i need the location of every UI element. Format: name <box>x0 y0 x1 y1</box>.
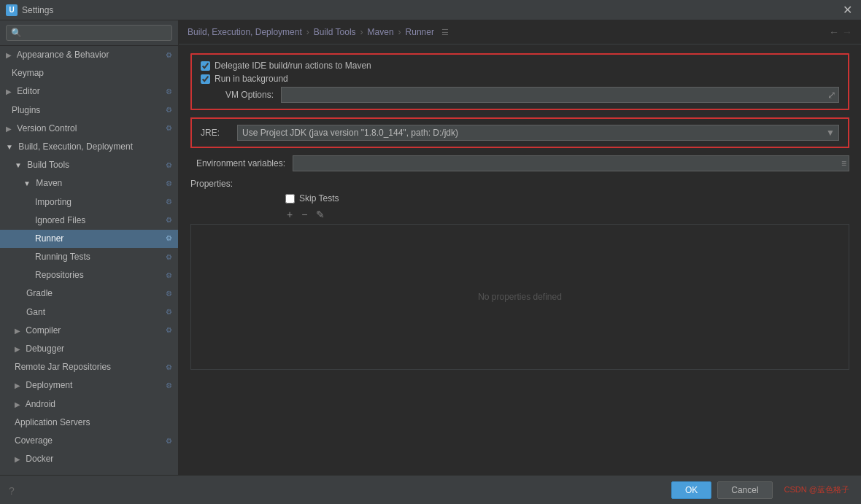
sidebar-item-appearance[interactable]: ▶ Appearance & Behavior ⚙ <box>0 46 178 64</box>
jre-select[interactable]: Use Project JDK (java version "1.8.0_144… <box>237 125 839 141</box>
delegate-section: Delegate IDE build/run actions to Maven … <box>190 53 849 110</box>
jre-label: JRE: <box>201 128 230 138</box>
expand-arrow: ▶ <box>15 327 20 335</box>
sidebar-item-label: Keymap <box>12 66 44 80</box>
app-icon: U <box>6 4 18 16</box>
vm-options-label: VM Options: <box>201 90 274 100</box>
sidebar-item-build-tools[interactable]: ▼ Build Tools ⚙ <box>0 156 178 174</box>
breadcrumb-part-3: Maven <box>368 27 394 37</box>
breadcrumb-sep-1: › <box>306 27 309 37</box>
sidebar-item-version-control[interactable]: ▶ Version Control ⚙ <box>0 120 178 138</box>
sidebar-item-app-servers[interactable]: Application Servers <box>0 414 178 432</box>
sidebar-item-label: Deployment <box>26 380 72 390</box>
settings-icon: ⚙ <box>166 362 172 373</box>
properties-empty-state: No properties defined <box>190 224 849 370</box>
vm-options-input[interactable] <box>281 87 839 103</box>
sidebar-item-deployment[interactable]: ▶ Deployment ⚙ <box>0 376 178 395</box>
run-in-background-checkbox[interactable] <box>201 74 210 84</box>
env-vars-input-wrapper: ≡ <box>293 155 849 171</box>
breadcrumb-menu-icon: ☰ <box>441 28 449 37</box>
settings-icon: ⚙ <box>166 86 172 98</box>
delegate-checkbox-row: Delegate IDE build/run actions to Maven <box>201 61 839 71</box>
env-vars-edit-icon[interactable]: ≡ <box>841 158 846 168</box>
sidebar-item-runner[interactable]: Runner ⚙ <box>0 230 178 248</box>
settings-icon: ⚙ <box>166 123 172 134</box>
breadcrumb: Build, Execution, Deployment › Build Too… <box>179 20 861 44</box>
settings-icon: ⚙ <box>166 50 172 61</box>
breadcrumb-forward-button[interactable]: → <box>842 26 852 38</box>
expand-icon[interactable]: ⤢ <box>827 89 836 101</box>
sidebar-item-debugger[interactable]: ▶ Debugger <box>0 340 178 358</box>
sidebar-item-label: Compiler <box>26 325 61 336</box>
env-vars-label: Environment variables: <box>190 158 285 168</box>
sidebar-item-remote-jar[interactable]: Remote Jar Repositories ⚙ <box>0 358 178 376</box>
skip-tests-row: Skip Tests <box>285 193 849 203</box>
sidebar-item-label: Version Control <box>17 123 77 133</box>
sidebar-item-label: Build Tools <box>27 160 69 170</box>
expand-arrow: ▶ <box>15 455 20 463</box>
sidebar-item-label: Editor <box>17 86 39 96</box>
run-background-checkbox-row: Run in background <box>201 74 839 84</box>
expand-arrow: ▼ <box>6 143 13 151</box>
sidebar-item-coverage[interactable]: Coverage ⚙ <box>0 432 178 450</box>
env-vars-row: Environment variables: ≡ <box>190 155 849 171</box>
expand-arrow: ▶ <box>6 51 12 59</box>
remove-property-button[interactable]: − <box>298 208 310 221</box>
sidebar-item-repositories[interactable]: Repositories ⚙ <box>0 266 178 284</box>
content-area: Build, Execution, Deployment › Build Too… <box>179 20 861 475</box>
settings-icon: ⚙ <box>166 214 172 226</box>
sidebar-item-label: Appearance & Behavior <box>17 50 109 60</box>
sidebar-item-editor[interactable]: ▶ Editor ⚙ <box>0 82 178 101</box>
env-vars-input[interactable] <box>293 155 849 171</box>
sidebar-item-docker[interactable]: ▶ Docker <box>0 450 178 468</box>
sidebar-item-label: Importing <box>35 195 72 209</box>
sidebar-item-label: Ignored Files <box>35 214 85 228</box>
delegate-checkbox-label: Delegate IDE build/run actions to Maven <box>215 61 371 71</box>
expand-arrow: ▶ <box>6 125 12 133</box>
properties-toolbar: + − ✎ <box>284 208 849 221</box>
sidebar-item-label: Gradle <box>26 287 53 301</box>
edit-property-button[interactable]: ✎ <box>313 208 328 221</box>
jre-row: JRE: Use Project JDK (java version "1.8.… <box>201 125 839 141</box>
sidebar-item-label: Plugins <box>12 104 40 117</box>
ok-button[interactable]: OK <box>671 481 711 499</box>
settings-icon: ⚙ <box>166 435 172 447</box>
expand-arrow: ▶ <box>15 345 20 353</box>
sidebar-item-ignored-files[interactable]: Ignored Files ⚙ <box>0 212 178 230</box>
sidebar-item-build-exec-deploy[interactable]: ▼ Build, Execution, Deployment <box>0 138 178 156</box>
properties-section: Properties: Skip Tests + − ✎ No properti… <box>190 179 849 370</box>
sidebar-item-label: Gant <box>26 306 45 319</box>
sidebar-item-label: Android <box>26 399 55 409</box>
breadcrumb-back-button[interactable]: ← <box>829 26 839 38</box>
sidebar-item-importing[interactable]: Importing ⚙ <box>0 193 178 212</box>
properties-label: Properties: <box>190 179 849 189</box>
sidebar-item-maven[interactable]: ▼ Maven ⚙ <box>0 174 178 193</box>
vm-options-row: VM Options: ⤢ <box>201 87 839 103</box>
expand-arrow: ▼ <box>23 179 31 187</box>
sidebar-item-label: Maven <box>36 178 62 188</box>
sidebar-item-plugins[interactable]: Plugins ⚙ <box>0 101 178 120</box>
close-button[interactable]: ✕ <box>840 3 855 17</box>
breadcrumb-sep-2: › <box>360 27 363 37</box>
settings-icon: ⚙ <box>166 160 172 171</box>
sidebar-item-compiler[interactable]: ▶ Compiler ⚙ <box>0 322 178 340</box>
sidebar-item-gradle[interactable]: Gradle ⚙ <box>0 284 178 303</box>
breadcrumb-part-4: Runner <box>406 27 434 37</box>
breadcrumb-part-1: Build, Execution, Deployment <box>188 27 302 37</box>
cancel-button[interactable]: Cancel <box>717 481 772 499</box>
sidebar-item-keymap[interactable]: Keymap <box>0 64 178 82</box>
breadcrumb-part-2: Build Tools <box>314 27 356 37</box>
sidebar-item-running-tests[interactable]: Running Tests ⚙ <box>0 248 178 266</box>
sidebar-item-android[interactable]: ▶ Android <box>0 395 178 414</box>
sidebar-item-gant[interactable]: Gant ⚙ <box>0 303 178 322</box>
delegate-checkbox[interactable] <box>201 61 210 71</box>
sidebar-item-label: Docker <box>26 454 53 464</box>
add-property-button[interactable]: + <box>284 208 296 221</box>
search-box <box>0 20 178 46</box>
skip-tests-checkbox[interactable] <box>285 194 295 203</box>
search-input[interactable] <box>6 25 172 41</box>
sidebar: ▶ Appearance & Behavior ⚙ Keymap ▶ Edito… <box>0 20 179 475</box>
settings-icon: ⚙ <box>166 233 172 244</box>
help-button[interactable]: ? <box>9 485 15 497</box>
bottom-bar: ? OK Cancel CSDN @蓝色格子 <box>0 475 861 504</box>
